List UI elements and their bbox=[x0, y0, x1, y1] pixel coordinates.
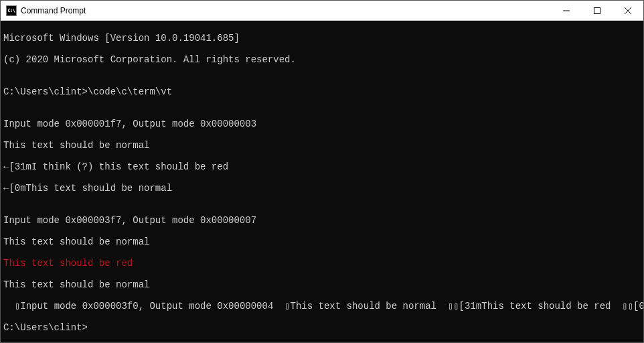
cmd-icon: C:\ bbox=[6, 5, 17, 16]
terminal-prompt: C:\Users\clint> bbox=[3, 322, 641, 333]
terminal-line: ←[31mI think (?) this text should be red bbox=[3, 161, 641, 172]
terminal-line-red: This text should be red bbox=[3, 258, 641, 269]
terminal-output[interactable]: Microsoft Windows [Version 10.0.19041.68… bbox=[1, 21, 643, 342]
terminal-line: Microsoft Windows [Version 10.0.19041.68… bbox=[3, 33, 641, 44]
window-controls bbox=[551, 1, 643, 20]
terminal-line: Input mode 0x000001f7, Output mode 0x000… bbox=[3, 119, 641, 129]
maximize-button[interactable] bbox=[582, 1, 613, 20]
terminal-line: C:\Users\clint>\code\c\term\vt bbox=[3, 86, 641, 97]
terminal-line: ←[0mThis text should be normal bbox=[3, 183, 641, 194]
svg-rect-1 bbox=[594, 7, 600, 13]
terminal-line: This text should be normal bbox=[3, 236, 641, 247]
titlebar[interactable]: C:\ Command Prompt bbox=[1, 1, 643, 21]
terminal-line: This text should be normal bbox=[3, 140, 641, 151]
terminal-line: This text should be normal bbox=[3, 279, 641, 290]
terminal-line: Input mode 0x000003f7, Output mode 0x000… bbox=[3, 215, 641, 226]
close-button[interactable] bbox=[613, 1, 643, 20]
terminal-line: (c) 2020 Microsoft Corporation. All righ… bbox=[3, 54, 641, 65]
window-title: Command Prompt bbox=[21, 6, 551, 15]
minimize-button[interactable] bbox=[551, 1, 582, 20]
terminal-line: ▯Input mode 0x000003f0, Output mode 0x00… bbox=[3, 301, 641, 312]
